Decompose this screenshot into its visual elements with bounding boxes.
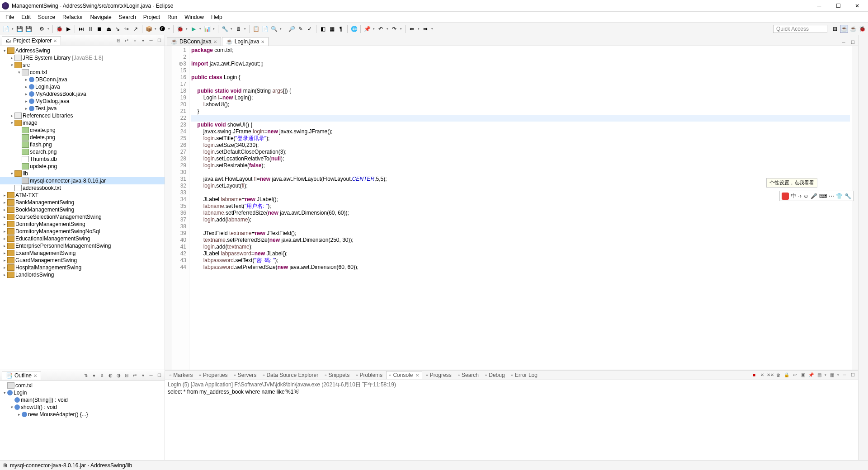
view-tab-data-source-explorer[interactable]: ▫Data Source Explorer <box>260 371 321 379</box>
maximize-button[interactable]: ☐ <box>829 1 847 11</box>
close-outline-icon[interactable]: ✕ <box>33 373 37 378</box>
view-tab-console[interactable]: ▫Console✕ <box>386 371 422 379</box>
tree-item[interactable]: ▾showUI() : void <box>0 404 165 411</box>
close-view-icon[interactable]: ✕ <box>53 38 57 43</box>
sogou-icon[interactable] <box>782 193 789 200</box>
ime-tool-icon[interactable]: 🔧 <box>844 193 851 199</box>
tree-item[interactable]: ▸LandlordsSwing <box>0 271 165 278</box>
tree-item[interactable]: update.png <box>0 163 165 170</box>
show-console-icon[interactable]: ▣ <box>799 371 807 378</box>
close-tab-icon[interactable]: ✕ <box>213 39 217 44</box>
tree-item[interactable]: ▸Test.java <box>0 105 165 112</box>
twist-icon[interactable]: ▾ <box>9 121 14 125</box>
menu-search[interactable]: Search <box>115 13 140 21</box>
tree-item[interactable]: search.png <box>0 148 165 155</box>
tree-item[interactable]: ▸EducationalManagementSwing <box>0 235 165 242</box>
menu-project[interactable]: Project <box>140 13 164 21</box>
tree-item[interactable]: flash.png <box>0 141 165 148</box>
code-line[interactable]: package com.txl; <box>191 47 850 54</box>
tree-item[interactable]: ▸DormitoryManagementSwingNoSql <box>0 228 165 235</box>
outline-tab[interactable]: 📑 Outline ✕ <box>2 371 41 380</box>
prev-edit-icon[interactable]: ↶ <box>377 25 385 33</box>
twist-icon[interactable]: ▸ <box>2 229 7 234</box>
hide-fields-icon[interactable]: ● <box>90 372 98 379</box>
twist-icon[interactable]: ▸ <box>2 244 7 248</box>
twist-icon[interactable]: ▸ <box>2 236 7 241</box>
new-server-icon[interactable]: 🖥 <box>234 25 242 33</box>
outline-tree[interactable]: com.txl▾Loginmain(String[]) : void▾showU… <box>0 381 165 460</box>
editor-tab[interactable]: ☕Login.java✕ <box>222 37 269 46</box>
step-return-icon[interactable]: ↗ <box>132 25 140 33</box>
tree-item[interactable]: ▸BankManagementSwing <box>0 199 165 206</box>
remove-all-icon[interactable]: ✕✕ <box>767 371 774 378</box>
outline-menu-icon[interactable]: ▾ <box>139 372 146 379</box>
view-tab-servers[interactable]: ▫Servers <box>231 371 259 379</box>
code-line[interactable]: login.setSize(340,230); <box>191 142 850 149</box>
filter-icon[interactable]: ▿ <box>131 37 138 44</box>
code-line[interactable]: labpassword.setPreferredSize(new java.aw… <box>191 264 850 271</box>
editor-min-icon[interactable]: ─ <box>840 38 847 46</box>
menu-navigate[interactable]: Navigate <box>86 13 115 21</box>
run-icon[interactable]: ▶ <box>189 25 198 33</box>
code-line[interactable]: public void showUI() { <box>191 122 850 128</box>
twist-icon[interactable]: ▸ <box>16 412 22 417</box>
ime-keyboard-icon[interactable]: ⌨ <box>819 193 827 199</box>
new-drop-icon[interactable]: ▾ <box>11 25 14 33</box>
code-line[interactable]: import java.awt.FlowLayout;▯ <box>191 61 850 67</box>
minimize-view-icon[interactable]: ─ <box>147 37 155 44</box>
display-selected-icon[interactable]: ▤ <box>816 371 823 378</box>
save-icon[interactable]: 💾 <box>15 25 24 33</box>
editor-body[interactable]: 12⊕3151617181920212223242526272829303132… <box>165 46 858 370</box>
code-line[interactable]: Login l=new Login(); <box>191 94 850 101</box>
twist-icon[interactable]: ▾ <box>2 390 7 395</box>
link-outline-icon[interactable]: ⇄ <box>131 372 138 379</box>
code-line[interactable] <box>191 54 850 61</box>
twist-icon[interactable]: ▸ <box>24 92 29 96</box>
tree-item[interactable]: ▸MyDialog.java <box>0 98 165 105</box>
minimize-outline-icon[interactable]: ─ <box>147 372 155 379</box>
view-tab-snippets[interactable]: ▫Snippets <box>322 371 352 379</box>
tree-item[interactable]: ▸CourseSelectionManagementSwing <box>0 213 165 221</box>
twist-icon[interactable]: ▸ <box>2 215 7 219</box>
stop-icon[interactable]: ⏹ <box>95 25 104 33</box>
menu-edit[interactable]: Edit <box>18 13 34 21</box>
ext-tools-icon[interactable]: 🔧 <box>221 25 229 33</box>
tree-item[interactable]: main(String[]) : void <box>0 396 165 404</box>
word-wrap-icon[interactable]: ↩ <box>791 371 798 378</box>
sort-icon[interactable]: ⇅ <box>82 372 90 379</box>
code-line[interactable]: login.setLayout(fl); <box>191 183 850 189</box>
close-tab-icon[interactable]: ✕ <box>261 39 264 44</box>
twist-icon[interactable]: ▸ <box>2 258 7 263</box>
twist-icon[interactable]: ▸ <box>9 56 14 60</box>
line-number-gutter[interactable]: 12⊕3151617181920212223242526272829303132… <box>171 46 189 370</box>
tree-item[interactable]: ▾Login <box>0 389 165 396</box>
hide-nonpublic-icon[interactable]: ◐ <box>107 372 114 379</box>
twist-icon[interactable]: ▸ <box>2 251 7 255</box>
new-jsp-icon[interactable]: 📄 <box>261 25 269 33</box>
skip-icon[interactable]: ⏭ <box>77 25 85 33</box>
quick-access-input[interactable]: Quick Access <box>773 25 827 33</box>
new-icon[interactable]: 📄 <box>2 25 10 33</box>
tree-item[interactable]: ▾src <box>0 61 165 69</box>
debug-icon[interactable]: 🐞 <box>176 25 184 33</box>
twist-icon[interactable]: ▸ <box>2 265 7 270</box>
close-button[interactable]: ✕ <box>848 1 866 11</box>
code-line[interactable]: login.setDefaultCloseOperation(3); <box>191 149 850 155</box>
twist-icon[interactable]: ▸ <box>24 77 29 82</box>
editor-max-icon[interactable]: ☐ <box>849 38 856 46</box>
twist-icon[interactable]: ▸ <box>2 273 7 277</box>
code-line[interactable] <box>191 115 850 122</box>
code-line[interactable]: } <box>191 108 850 115</box>
tree-item[interactable]: ▸DormitoryManagementSwing <box>0 221 165 228</box>
hide-static-icon[interactable]: s <box>99 372 106 379</box>
suspend-icon[interactable]: ⏸ <box>86 25 94 33</box>
tree-item[interactable]: ▸ExamManagementSwing <box>0 249 165 257</box>
twist-icon[interactable]: ▸ <box>2 193 7 197</box>
code-line[interactable]: login.add(textname); <box>191 244 850 250</box>
menu-file[interactable]: File <box>2 13 18 21</box>
new-class-icon[interactable]: 🅒 <box>158 25 166 33</box>
code-line[interactable]: labname.setText("用户名: "); <box>191 203 850 210</box>
menu-window[interactable]: Window <box>181 13 208 21</box>
tree-item[interactable]: ▸EnterprisePersonnelManagementSwing <box>0 242 165 249</box>
view-tab-search[interactable]: ▫Search <box>455 371 481 379</box>
